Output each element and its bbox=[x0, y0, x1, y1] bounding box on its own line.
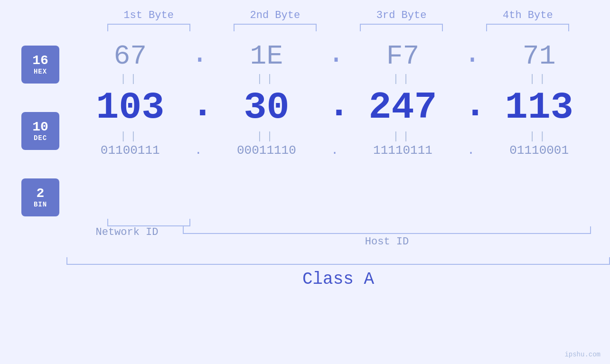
bracket-top-1 bbox=[107, 24, 190, 31]
bin-row: 01100111 . 00011110 . 11110111 . 0111000… bbox=[69, 143, 601, 158]
labels-area: Network ID Host ID bbox=[66, 226, 610, 250]
dec-badge-label: DEC bbox=[34, 134, 47, 142]
equals-1-3: || bbox=[360, 73, 446, 85]
bracket-top-2 bbox=[234, 24, 317, 31]
equals-2-4: || bbox=[497, 131, 582, 142]
equals-2-2: || bbox=[224, 131, 309, 142]
bin-byte-2: 00011110 bbox=[224, 143, 309, 158]
dec-byte-4: 113 bbox=[497, 86, 582, 129]
class-label: Class A bbox=[66, 270, 610, 289]
byte-header-3: 3rd Byte bbox=[359, 9, 444, 21]
hex-byte-4: 71 bbox=[497, 41, 582, 72]
equals-2-1: || bbox=[87, 131, 173, 142]
bin-byte-1: 01100111 bbox=[87, 143, 173, 158]
bottom-brackets-row bbox=[66, 219, 610, 226]
equals-1-4: || bbox=[497, 73, 582, 85]
dec-byte-3: 247 bbox=[360, 86, 446, 129]
byte-header-1: 1st Byte bbox=[106, 9, 191, 21]
hex-byte-2: 1E bbox=[224, 41, 309, 72]
bin-byte-3: 11110111 bbox=[360, 143, 446, 158]
bin-badge: 2 BIN bbox=[21, 178, 59, 216]
badges-column: 16 HEX 10 DEC 2 BIN bbox=[21, 41, 59, 216]
hex-row: 67 . 1E . F7 . 71 bbox=[69, 41, 601, 72]
bracket-bottom-3-empty bbox=[360, 219, 443, 226]
bin-badge-label: BIN bbox=[34, 201, 47, 208]
dec-dot-2: . bbox=[328, 84, 342, 127]
content-area: 16 HEX 10 DEC 2 BIN 67 . 1E . F7 . 71 bbox=[0, 41, 610, 216]
byte-headers-row: 1st Byte 2nd Byte 3rd Byte 4th Byte bbox=[66, 9, 610, 21]
bracket-bottom-4-empty bbox=[486, 219, 569, 226]
equals-2-3: || bbox=[360, 131, 446, 142]
network-id-label: Network ID bbox=[85, 226, 169, 238]
equals-1-1: || bbox=[87, 73, 173, 85]
byte-header-2: 2nd Byte bbox=[232, 9, 318, 21]
dec-byte-2: 30 bbox=[224, 86, 309, 129]
host-id-bracket bbox=[183, 226, 591, 234]
bracket-top-3 bbox=[360, 24, 443, 31]
dec-byte-1: 103 bbox=[87, 86, 173, 129]
hex-dot-3: . bbox=[464, 38, 478, 70]
dec-row: 103 . 30 . 247 . 113 bbox=[69, 86, 601, 129]
hex-badge-label: HEX bbox=[34, 68, 47, 75]
class-bracket-line bbox=[66, 257, 610, 265]
bin-dot-2: . bbox=[328, 143, 342, 158]
host-id-label: Host ID bbox=[183, 236, 591, 248]
rows-area: 67 . 1E . F7 . 71 || || || || 103 bbox=[69, 41, 601, 158]
equals-row-2: || || || || bbox=[69, 129, 601, 143]
bin-byte-4: 01110001 bbox=[497, 143, 582, 158]
bracket-top-4 bbox=[486, 24, 569, 31]
hex-dot-2: . bbox=[328, 38, 342, 70]
class-section: Class A bbox=[66, 257, 610, 289]
hex-badge: 16 HEX bbox=[21, 46, 59, 84]
hex-badge-num: 16 bbox=[32, 54, 48, 68]
bracket-bottom-2-empty bbox=[234, 219, 317, 226]
byte-header-4: 4th Byte bbox=[485, 9, 571, 21]
dec-badge-num: 10 bbox=[32, 120, 48, 135]
hex-byte-1: 67 bbox=[87, 41, 173, 72]
bin-dot-1: . bbox=[191, 143, 206, 158]
dec-dot-3: . bbox=[464, 84, 478, 127]
main-container: 1st Byte 2nd Byte 3rd Byte 4th Byte 16 H… bbox=[0, 0, 610, 364]
hex-byte-3: F7 bbox=[360, 41, 446, 72]
dec-dot-1: . bbox=[191, 84, 206, 127]
dec-badge: 10 DEC bbox=[21, 112, 59, 150]
hex-dot-1: . bbox=[191, 38, 206, 70]
bracket-bottom-1 bbox=[107, 219, 190, 226]
top-brackets bbox=[66, 24, 610, 31]
equals-1-2: || bbox=[224, 73, 309, 85]
watermark: ipshu.com bbox=[564, 351, 601, 358]
bin-dot-3: . bbox=[464, 143, 478, 158]
bin-badge-num: 2 bbox=[37, 187, 45, 201]
bottom-section: Network ID Host ID Class A bbox=[66, 219, 610, 289]
